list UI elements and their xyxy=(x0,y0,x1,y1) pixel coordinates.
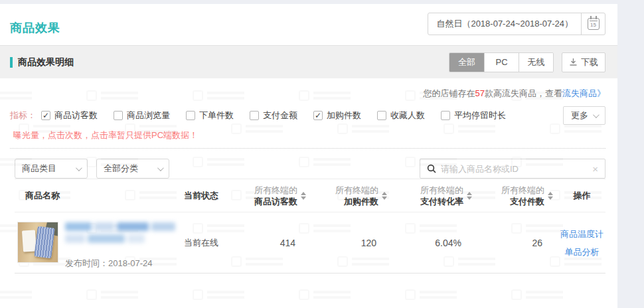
cart-items-cell: 120 xyxy=(311,212,392,273)
metric-checkbox-3[interactable]: 支付金额 xyxy=(250,110,297,121)
sort-icon[interactable] xyxy=(301,192,306,200)
checkbox-icon[interactable]: ✓ xyxy=(41,111,50,120)
status-cell: 当前在线 xyxy=(174,212,237,273)
col-header-actions: 操作 xyxy=(558,179,605,212)
page-title: 商品效果 xyxy=(10,20,60,36)
download-button[interactable]: 下载 xyxy=(562,52,605,72)
sort-icon[interactable] xyxy=(467,192,472,200)
product-name-redacted[interactable] xyxy=(65,222,183,243)
metric-checkbox-1[interactable]: 商品浏览量 xyxy=(114,110,170,121)
accent-bar xyxy=(10,57,13,68)
terminal-tab-全部[interactable]: 全部 xyxy=(449,53,484,72)
col-header-pay-conversion: 所有终端的支付转化率 xyxy=(392,179,477,212)
terminal-tab-group: 全部PC无线 xyxy=(449,52,554,72)
section-title: 商品效果明细 xyxy=(10,56,74,68)
table-row: 发布时间：2018-07-24 当前在线 414 120 6.04% 26 商品… xyxy=(15,212,605,273)
content-area: 您的店铺存在57款高流失商品，查看流失商品》 指标： ✓商品访客数商品浏览量下单… xyxy=(0,88,617,273)
col-header-product-name: 商品名称 xyxy=(15,179,174,212)
checkbox-icon[interactable] xyxy=(377,111,386,120)
search-input[interactable] xyxy=(441,164,592,174)
calendar-button[interactable]: 15 xyxy=(581,13,605,35)
metric-checkbox-2[interactable]: 下单件数 xyxy=(186,110,234,121)
terminal-tab-无线[interactable]: 无线 xyxy=(519,53,553,72)
main-panel: 商品效果 自然日（2018-07-24~2018-07-24） 15 商品效果明… xyxy=(0,4,617,308)
dotted-divider xyxy=(10,148,605,149)
col-header-status: 当前状态 xyxy=(174,179,237,212)
checkbox-icon[interactable]: ✓ xyxy=(313,111,323,120)
chevron-down-icon xyxy=(76,165,82,171)
metric-label: 平均停留时长 xyxy=(454,110,506,121)
metric-checkbox-4[interactable]: ✓加购件数 xyxy=(313,110,361,121)
checkbox-icon[interactable] xyxy=(114,111,123,120)
metric-label: 收藏人数 xyxy=(390,110,425,121)
product-thermometer-link[interactable]: 商品温度计 xyxy=(558,225,605,243)
visitors-cell: 414 xyxy=(237,212,311,273)
metric-label: 商品浏览量 xyxy=(127,110,170,121)
publish-time: 发布时间：2018-07-24 xyxy=(65,258,183,270)
sort-icon[interactable] xyxy=(548,192,553,200)
chevron-down-icon xyxy=(157,165,164,171)
paid-items-cell: 26 xyxy=(477,212,558,273)
metric-label: 支付金额 xyxy=(263,110,297,121)
product-search-box[interactable]: × xyxy=(420,159,605,179)
metrics-label: 指标： xyxy=(10,110,36,121)
pc-data-warning: 曝光量，点击次数，点击率暂只提供PC端数据！ xyxy=(13,129,617,141)
page-header: 商品效果 自然日（2018-07-24~2018-07-24） 15 xyxy=(0,4,617,45)
metrics-row: 指标： ✓商品访客数商品浏览量下单件数支付金额✓加购件数收藏人数平均停留时长 更… xyxy=(10,106,605,125)
single-product-analysis-link[interactable]: 单品分析 xyxy=(558,243,605,261)
col-header-cart-items: 所有终端的加购件数 xyxy=(311,179,392,212)
metric-label: 加购件数 xyxy=(327,110,361,121)
terminal-tab-PC[interactable]: PC xyxy=(484,53,519,72)
churn-products-link[interactable]: 流失商品》 xyxy=(562,88,605,98)
table-header-row: 商品名称 当前状态 所有终端的商品访客数 所有终端的加购件数 xyxy=(15,179,605,212)
classification-dropdown[interactable]: 全部分类 xyxy=(96,159,169,179)
search-icon xyxy=(427,164,436,173)
more-metrics-button[interactable]: 更多 xyxy=(563,106,605,125)
metric-checkbox-6[interactable]: 平均停留时长 xyxy=(441,110,506,121)
product-table: 商品名称 当前状态 所有终端的商品访客数 所有终端的加购件数 xyxy=(15,179,605,273)
section-bar: 商品效果明细 全部PC无线 下载 xyxy=(0,45,617,78)
metric-list: ✓商品访客数商品浏览量下单件数支付金额✓加购件数收藏人数平均停留时长 xyxy=(41,110,522,121)
clear-search-icon[interactable]: × xyxy=(592,164,598,174)
metric-label: 下单件数 xyxy=(199,110,234,121)
product-thumbnail[interactable] xyxy=(17,222,58,263)
calendar-icon: 15 xyxy=(588,18,600,30)
sort-icon[interactable] xyxy=(382,192,387,200)
col-header-paid-items: 所有终端的支付件数 xyxy=(477,179,558,212)
metric-checkbox-0[interactable]: ✓商品访客数 xyxy=(41,110,98,121)
date-range-label[interactable]: 自然日（2018-07-24~2018-07-24） xyxy=(428,13,581,35)
checkbox-icon[interactable] xyxy=(186,111,195,120)
category-dropdown[interactable]: 商品类目 xyxy=(15,159,88,179)
download-icon xyxy=(569,58,578,66)
checkbox-icon[interactable] xyxy=(441,111,450,120)
metric-label: 商品访客数 xyxy=(54,110,98,121)
chevron-down-icon xyxy=(593,112,600,118)
filter-row: 商品类目 全部分类 × xyxy=(15,159,605,179)
pay-conversion-cell: 6.04% xyxy=(392,212,477,273)
col-header-visitors: 所有终端的商品访客数 xyxy=(237,179,311,212)
churn-count: 57 xyxy=(475,88,485,98)
churn-notice: 您的店铺存在57款高流失商品，查看流失商品》 xyxy=(0,88,605,100)
metric-checkbox-5[interactable]: 收藏人数 xyxy=(377,110,425,121)
date-range-selector[interactable]: 自然日（2018-07-24~2018-07-24） 15 xyxy=(428,13,605,35)
checkbox-icon[interactable] xyxy=(250,111,259,120)
